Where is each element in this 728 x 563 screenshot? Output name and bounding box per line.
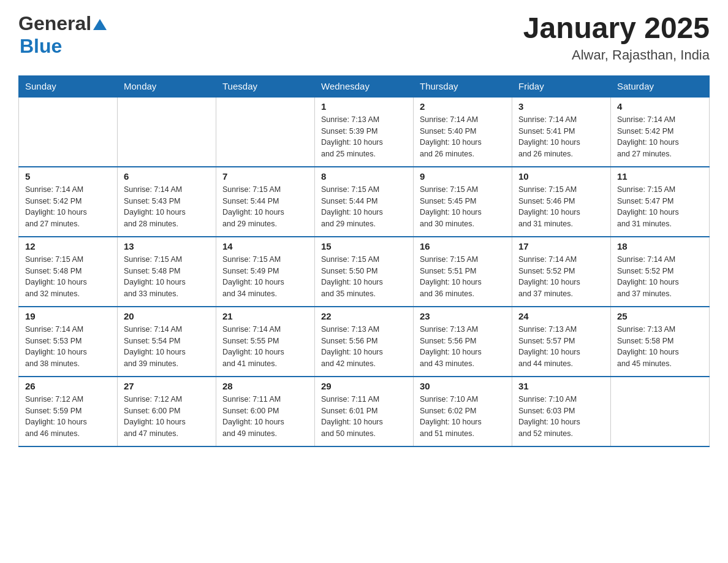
day-info: Sunrise: 7:15 AM Sunset: 5:50 PM Dayligh… [321, 254, 407, 300]
day-number: 29 [321, 381, 407, 391]
calendar-cell: 15Sunrise: 7:15 AM Sunset: 5:50 PM Dayli… [315, 237, 414, 307]
day-number: 27 [124, 381, 210, 391]
day-info: Sunrise: 7:13 AM Sunset: 5:39 PM Dayligh… [321, 114, 407, 160]
calendar-cell: 17Sunrise: 7:14 AM Sunset: 5:52 PM Dayli… [512, 237, 611, 307]
calendar-row-5: 26Sunrise: 7:12 AM Sunset: 5:59 PM Dayli… [19, 377, 710, 446]
calendar-cell: 26Sunrise: 7:12 AM Sunset: 5:59 PM Dayli… [19, 377, 118, 446]
day-number: 10 [518, 171, 604, 182]
header-row: Sunday Monday Tuesday Wednesday Thursday… [19, 75, 710, 97]
day-info: Sunrise: 7:14 AM Sunset: 5:52 PM Dayligh… [518, 254, 604, 300]
logo: General Blue [18, 12, 107, 58]
day-number: 6 [124, 171, 210, 182]
day-number: 30 [420, 381, 506, 391]
calendar-cell: 10Sunrise: 7:15 AM Sunset: 5:46 PM Dayli… [512, 167, 611, 237]
day-info: Sunrise: 7:14 AM Sunset: 5:53 PM Dayligh… [25, 324, 111, 370]
calendar-cell: 24Sunrise: 7:13 AM Sunset: 5:57 PM Dayli… [512, 307, 611, 377]
calendar-cell: 31Sunrise: 7:10 AM Sunset: 6:03 PM Dayli… [512, 377, 611, 446]
calendar-cell: 7Sunrise: 7:15 AM Sunset: 5:44 PM Daylig… [216, 167, 315, 237]
calendar-cell: 21Sunrise: 7:14 AM Sunset: 5:55 PM Dayli… [216, 307, 315, 377]
col-thursday: Thursday [414, 75, 512, 97]
calendar-cell: 11Sunrise: 7:15 AM Sunset: 5:47 PM Dayli… [611, 167, 710, 237]
calendar-cell: 13Sunrise: 7:15 AM Sunset: 5:48 PM Dayli… [118, 237, 216, 307]
day-number: 2 [420, 101, 506, 112]
day-info: Sunrise: 7:13 AM Sunset: 5:56 PM Dayligh… [420, 324, 506, 370]
logo-blue-text: Blue [20, 35, 62, 57]
calendar-cell: 30Sunrise: 7:10 AM Sunset: 6:02 PM Dayli… [414, 377, 512, 446]
calendar-row-3: 12Sunrise: 7:15 AM Sunset: 5:48 PM Dayli… [19, 237, 710, 307]
day-number: 28 [222, 381, 308, 391]
calendar-cell: 14Sunrise: 7:15 AM Sunset: 5:49 PM Dayli… [216, 237, 315, 307]
calendar-cell: 5Sunrise: 7:14 AM Sunset: 5:42 PM Daylig… [19, 167, 118, 237]
day-number: 19 [25, 311, 111, 321]
day-number: 5 [25, 171, 111, 182]
day-number: 23 [420, 311, 506, 321]
col-tuesday: Tuesday [216, 75, 315, 97]
day-number: 22 [321, 311, 407, 321]
day-info: Sunrise: 7:14 AM Sunset: 5:43 PM Dayligh… [124, 184, 210, 230]
title-block: January 2025 Alwar, Rajasthan, India [523, 12, 710, 63]
day-number: 9 [420, 171, 506, 182]
logo-triangle-icon [93, 17, 107, 30]
day-info: Sunrise: 7:13 AM Sunset: 5:58 PM Dayligh… [617, 324, 703, 370]
calendar-cell: 8Sunrise: 7:15 AM Sunset: 5:44 PM Daylig… [315, 167, 414, 237]
calendar-table: Sunday Monday Tuesday Wednesday Thursday… [18, 75, 710, 447]
calendar-cell: 19Sunrise: 7:14 AM Sunset: 5:53 PM Dayli… [19, 307, 118, 377]
day-info: Sunrise: 7:14 AM Sunset: 5:55 PM Dayligh… [222, 324, 308, 370]
calendar-row-2: 5Sunrise: 7:14 AM Sunset: 5:42 PM Daylig… [19, 167, 710, 237]
calendar-cell [216, 97, 315, 167]
calendar-row-4: 19Sunrise: 7:14 AM Sunset: 5:53 PM Dayli… [19, 307, 710, 377]
calendar-cell: 18Sunrise: 7:14 AM Sunset: 5:52 PM Dayli… [611, 237, 710, 307]
calendar-cell: 4Sunrise: 7:14 AM Sunset: 5:42 PM Daylig… [611, 97, 710, 167]
day-number: 15 [321, 241, 407, 251]
day-info: Sunrise: 7:10 AM Sunset: 6:02 PM Dayligh… [420, 394, 506, 440]
day-info: Sunrise: 7:15 AM Sunset: 5:46 PM Dayligh… [518, 184, 604, 230]
day-info: Sunrise: 7:15 AM Sunset: 5:47 PM Dayligh… [617, 184, 703, 230]
day-number: 1 [321, 101, 407, 112]
calendar-cell [19, 97, 118, 167]
day-info: Sunrise: 7:12 AM Sunset: 6:00 PM Dayligh… [124, 394, 210, 440]
calendar-cell: 25Sunrise: 7:13 AM Sunset: 5:58 PM Dayli… [611, 307, 710, 377]
day-number: 21 [222, 311, 308, 321]
calendar-cell: 27Sunrise: 7:12 AM Sunset: 6:00 PM Dayli… [118, 377, 216, 446]
calendar-cell: 29Sunrise: 7:11 AM Sunset: 6:01 PM Dayli… [315, 377, 414, 446]
calendar-cell: 20Sunrise: 7:14 AM Sunset: 5:54 PM Dayli… [118, 307, 216, 377]
day-info: Sunrise: 7:15 AM Sunset: 5:49 PM Dayligh… [222, 254, 308, 300]
day-info: Sunrise: 7:15 AM Sunset: 5:45 PM Dayligh… [420, 184, 506, 230]
day-info: Sunrise: 7:14 AM Sunset: 5:42 PM Dayligh… [25, 184, 111, 230]
calendar-cell: 9Sunrise: 7:15 AM Sunset: 5:45 PM Daylig… [414, 167, 512, 237]
day-info: Sunrise: 7:14 AM Sunset: 5:42 PM Dayligh… [617, 114, 703, 160]
day-info: Sunrise: 7:15 AM Sunset: 5:44 PM Dayligh… [321, 184, 407, 230]
calendar-cell: 12Sunrise: 7:15 AM Sunset: 5:48 PM Dayli… [19, 237, 118, 307]
calendar-cell: 6Sunrise: 7:14 AM Sunset: 5:43 PM Daylig… [118, 167, 216, 237]
day-number: 25 [617, 311, 703, 321]
day-number: 8 [321, 171, 407, 182]
calendar-cell: 16Sunrise: 7:15 AM Sunset: 5:51 PM Dayli… [414, 237, 512, 307]
calendar-row-1: 1Sunrise: 7:13 AM Sunset: 5:39 PM Daylig… [19, 97, 710, 167]
day-info: Sunrise: 7:14 AM Sunset: 5:54 PM Dayligh… [124, 324, 210, 370]
day-info: Sunrise: 7:15 AM Sunset: 5:51 PM Dayligh… [420, 254, 506, 300]
col-saturday: Saturday [611, 75, 710, 97]
day-number: 16 [420, 241, 506, 251]
calendar-cell: 1Sunrise: 7:13 AM Sunset: 5:39 PM Daylig… [315, 97, 414, 167]
calendar-cell [611, 377, 710, 446]
day-info: Sunrise: 7:10 AM Sunset: 6:03 PM Dayligh… [518, 394, 604, 440]
day-info: Sunrise: 7:15 AM Sunset: 5:48 PM Dayligh… [25, 254, 111, 300]
day-info: Sunrise: 7:13 AM Sunset: 5:57 PM Dayligh… [518, 324, 604, 370]
day-info: Sunrise: 7:13 AM Sunset: 5:56 PM Dayligh… [321, 324, 407, 370]
svg-marker-0 [93, 19, 107, 30]
calendar-cell: 28Sunrise: 7:11 AM Sunset: 6:00 PM Dayli… [216, 377, 315, 446]
day-info: Sunrise: 7:14 AM Sunset: 5:40 PM Dayligh… [420, 114, 506, 160]
day-info: Sunrise: 7:14 AM Sunset: 5:52 PM Dayligh… [617, 254, 703, 300]
col-monday: Monday [118, 75, 216, 97]
col-sunday: Sunday [19, 75, 118, 97]
day-number: 17 [518, 241, 604, 251]
day-number: 31 [518, 381, 604, 391]
day-info: Sunrise: 7:15 AM Sunset: 5:44 PM Dayligh… [222, 184, 308, 230]
day-number: 14 [222, 241, 308, 251]
calendar-cell [118, 97, 216, 167]
day-number: 4 [617, 101, 703, 112]
day-number: 26 [25, 381, 111, 391]
day-number: 11 [617, 171, 703, 182]
day-number: 13 [124, 241, 210, 251]
calendar-cell: 3Sunrise: 7:14 AM Sunset: 5:41 PM Daylig… [512, 97, 611, 167]
